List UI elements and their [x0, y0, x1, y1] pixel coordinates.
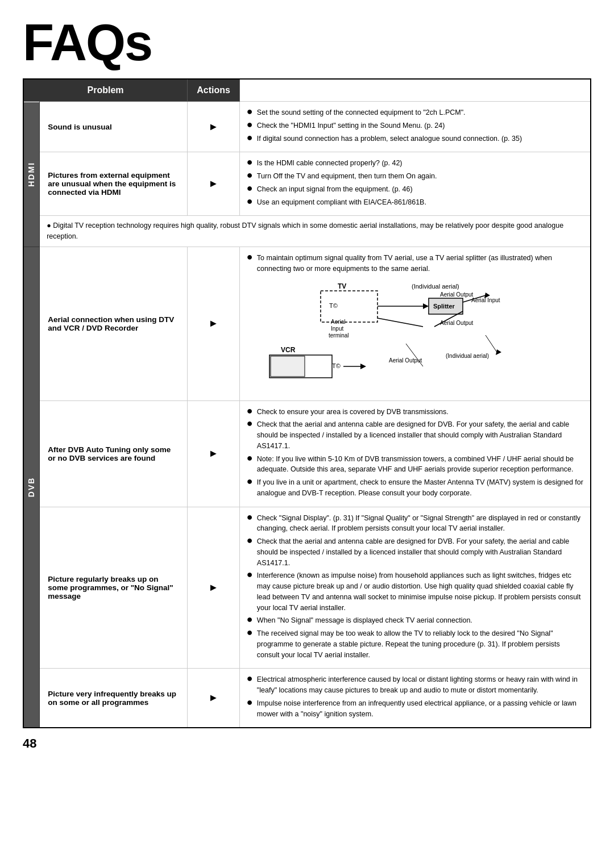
- actions-dvb-tuning: ●Check to ensure your area is covered by…: [239, 400, 591, 507]
- svg-text:Aerial: Aerial: [331, 319, 346, 325]
- problem-hdmi-pictures: Pictures from external equipment are unu…: [40, 152, 188, 216]
- table-row: Picture regularly breaks up on some prog…: [23, 507, 591, 669]
- arrow-icon: ►: [188, 152, 240, 216]
- problem-sound-unusual: Sound is unusual: [40, 102, 188, 152]
- svg-marker-27: [496, 349, 501, 355]
- table-row: Pictures from external equipment are unu…: [23, 152, 591, 216]
- svg-text:Aerial Output: Aerial Output: [440, 291, 474, 298]
- aerial-diagram: TV (Individual aerial) T© Splitter: [247, 278, 583, 394]
- svg-text:Aerial Input: Aerial Input: [471, 297, 500, 303]
- actions-header: Actions: [188, 79, 240, 102]
- svg-text:terminal: terminal: [329, 332, 349, 339]
- actions-no-signal: ●Check "Signal Display". (p. 31) If "Sig…: [239, 507, 591, 669]
- problem-header: Problem: [23, 79, 188, 102]
- page-number: 48: [23, 736, 591, 751]
- arrow-icon: ►: [188, 400, 240, 507]
- svg-marker-23: [360, 364, 366, 369]
- arrow-icon: ►: [188, 507, 240, 669]
- dvb-label: DVB: [23, 247, 40, 728]
- svg-text:Splitter: Splitter: [433, 303, 455, 310]
- problem-dvb-tuning: After DVB Auto Tuning only some or no DV…: [40, 400, 188, 507]
- table-row: DVB Aerial connection when using DTV and…: [23, 247, 591, 400]
- hdmi-note: ● Digital TV reception technology requir…: [40, 216, 591, 247]
- actions-infrequent-breakup: ●Electrical atmospheric interference cau…: [239, 669, 591, 728]
- svg-rect-20: [271, 356, 305, 377]
- faq-table: Problem Actions HDMI Sound is unusual ► …: [23, 78, 591, 728]
- svg-line-14: [377, 318, 423, 327]
- svg-text:Aerial Output: Aerial Output: [440, 320, 474, 326]
- hdmi-label: HDMI: [23, 102, 40, 247]
- arrow-icon: ►: [188, 247, 240, 400]
- hdmi-note-row: ● Digital TV reception technology requir…: [23, 216, 591, 247]
- problem-aerial: Aerial connection when using DTV and VCR…: [40, 247, 188, 400]
- svg-text:(Individual aerial): (Individual aerial): [446, 353, 489, 359]
- svg-text:(Individual aerial): (Individual aerial): [412, 283, 459, 290]
- table-row: After DVB Auto Tuning only some or no DV…: [23, 400, 591, 507]
- svg-text:Aerial Output: Aerial Output: [389, 357, 422, 364]
- actions-sound-unusual: ●Set the sound setting of the connected …: [239, 102, 591, 152]
- table-row: Picture very infrequently breaks up on s…: [23, 669, 591, 728]
- arrow-icon: ►: [188, 102, 240, 152]
- problem-no-signal: Picture regularly breaks up on some prog…: [40, 507, 188, 669]
- svg-text:T©: T©: [329, 302, 338, 309]
- svg-text:VCR: VCR: [281, 346, 296, 354]
- page-title: FAQs: [23, 17, 591, 68]
- problem-infrequent-breakup: Picture very infrequently breaks up on s…: [40, 669, 188, 728]
- svg-text:Input: Input: [331, 326, 343, 332]
- actions-hdmi-pictures: ●Is the HDMI cable connected properly? (…: [239, 152, 591, 216]
- arrow-icon: ►: [188, 669, 240, 728]
- svg-marker-5: [423, 303, 429, 309]
- svg-text:T©: T©: [332, 362, 341, 369]
- svg-text:TV: TV: [338, 282, 346, 290]
- table-row: HDMI Sound is unusual ► ●Set the sound s…: [23, 102, 591, 152]
- actions-aerial: ●To maintain optimum signal quality from…: [239, 247, 591, 400]
- svg-line-26: [486, 335, 497, 352]
